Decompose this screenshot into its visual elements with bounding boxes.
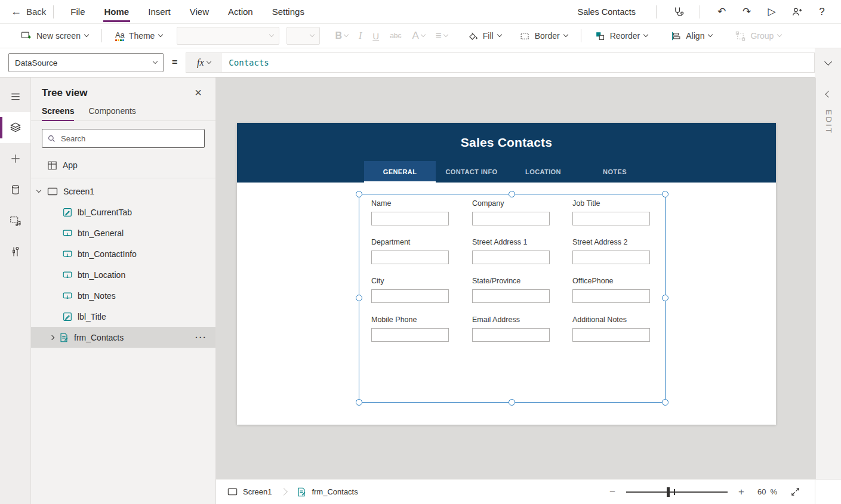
font-family-select[interactable] — [177, 27, 279, 45]
resize-handle[interactable] — [356, 191, 362, 197]
resize-handle[interactable] — [509, 399, 515, 406]
font-size-select[interactable] — [287, 27, 320, 45]
button-control-icon — [62, 270, 73, 280]
zoom-out-button[interactable]: − — [609, 486, 615, 498]
fit-to-window-icon[interactable] — [790, 487, 800, 497]
canvas-tab-contact-info[interactable]: CONTACT INFO — [436, 161, 507, 183]
chevron-left-icon[interactable] — [825, 91, 831, 97]
canvas-tab-location[interactable]: LOCATION — [507, 161, 579, 183]
font-color-button[interactable]: A — [407, 26, 430, 45]
menu-insert[interactable]: Insert — [138, 0, 180, 24]
form-field-input[interactable] — [572, 212, 650, 225]
resize-handle[interactable] — [662, 295, 669, 301]
preview-play-icon[interactable]: ▷ — [761, 2, 783, 21]
form-field-input[interactable] — [371, 328, 449, 342]
form-field-input[interactable] — [572, 251, 650, 264]
divider — [53, 5, 54, 18]
menu-home[interactable]: Home — [95, 0, 139, 24]
tree-item-lbl-currenttab[interactable]: lbl_CurrentTab — [31, 202, 215, 222]
form-field-input[interactable] — [472, 289, 550, 303]
italic-button[interactable]: I — [353, 26, 367, 45]
canvas-tab-general[interactable]: GENERAL — [364, 161, 436, 183]
fx-button[interactable]: fx — [186, 52, 221, 73]
share-icon[interactable] — [786, 2, 808, 21]
form-field-input[interactable] — [472, 212, 550, 225]
resize-handle[interactable] — [662, 191, 669, 197]
search-input[interactable] — [61, 134, 199, 143]
tab-screens[interactable]: Screens — [42, 106, 74, 120]
chevron-down-icon[interactable] — [36, 187, 41, 192]
zoom-in-button[interactable]: + — [738, 486, 744, 498]
back-button[interactable]: ← Back — [11, 5, 46, 18]
data-nav-icon[interactable] — [0, 174, 30, 205]
form-field-input[interactable] — [371, 212, 449, 225]
redo-icon[interactable]: ↷ — [736, 2, 757, 21]
left-nav-rail — [0, 78, 31, 504]
resize-handle[interactable] — [509, 191, 515, 197]
app-screen-canvas[interactable]: Sales Contacts GENERAL CONTACT INFO LOCA… — [237, 123, 776, 425]
theme-button[interactable]: Aa Theme — [109, 26, 168, 45]
border-button[interactable]: Border — [513, 26, 574, 45]
screen-icon — [47, 185, 58, 197]
text-align-button[interactable]: ≡ — [430, 26, 453, 45]
menu-view[interactable]: View — [180, 0, 218, 24]
advanced-tools-nav-icon[interactable] — [0, 236, 30, 267]
align-button[interactable]: Align — [664, 26, 718, 45]
form-field-input[interactable] — [371, 289, 449, 303]
form-field-input[interactable] — [472, 328, 550, 342]
tree-view-nav-icon[interactable] — [0, 112, 30, 143]
help-icon[interactable]: ? — [811, 2, 833, 21]
close-icon[interactable]: × — [190, 85, 206, 100]
menu-file[interactable]: File — [61, 0, 94, 24]
divider — [581, 29, 581, 42]
insert-nav-icon[interactable] — [0, 143, 30, 174]
formula-input[interactable]: Contacts — [221, 52, 815, 73]
fill-button[interactable]: Fill — [461, 26, 507, 45]
tree-item-lbl-title[interactable]: lbl_Title — [31, 306, 215, 327]
chevron-down-icon — [443, 32, 448, 37]
underline-button[interactable]: U — [367, 26, 384, 45]
strikethrough-button[interactable]: abc — [384, 26, 406, 45]
search-icon — [47, 134, 56, 143]
tree-item-frm-contacts[interactable]: frm_Contacts ··· — [31, 327, 215, 348]
tree-item-btn-general[interactable]: btn_General — [31, 222, 215, 243]
media-nav-icon[interactable] — [0, 205, 30, 236]
undo-icon[interactable]: ↶ — [711, 2, 732, 21]
formula-bar-expand-button[interactable] — [815, 48, 841, 78]
form-field-input[interactable] — [371, 251, 449, 264]
hamburger-menu-icon[interactable] — [0, 81, 30, 112]
active-menu-underline — [103, 20, 131, 22]
zoom-slider[interactable] — [626, 491, 728, 493]
menu-settings[interactable]: Settings — [263, 0, 314, 24]
breadcrumb-frm-contacts[interactable]: frm_Contacts — [292, 487, 361, 497]
canvas-tab-notes[interactable]: NOTES — [579, 161, 651, 183]
form-field-input[interactable] — [572, 328, 650, 342]
resize-handle[interactable] — [356, 399, 362, 406]
form-field-input[interactable] — [572, 289, 650, 303]
tree-item-app[interactable]: App — [31, 154, 215, 177]
breadcrumb-screen1[interactable]: Screen1 — [223, 486, 275, 497]
tree-item-btn-notes[interactable]: btn_Notes — [31, 285, 215, 306]
tree-item-btn-contactinfo[interactable]: btn_ContactInfo — [31, 243, 215, 264]
canvas-workspace[interactable]: Sales Contacts GENERAL CONTACT INFO LOCA… — [216, 78, 815, 479]
tree-view-tabs: Screens Components — [31, 106, 215, 121]
tab-components[interactable]: Components — [88, 106, 135, 120]
bold-button[interactable]: B — [329, 26, 353, 45]
group-button[interactable]: Group — [729, 26, 787, 45]
menu-action[interactable]: Action — [218, 0, 263, 24]
chevron-right-icon[interactable] — [50, 335, 54, 339]
zoom-slider-handle[interactable] — [667, 487, 670, 497]
more-options-icon[interactable]: ··· — [195, 333, 215, 342]
tree-item-screen1[interactable]: Screen1 — [31, 181, 215, 202]
form-field-input[interactable] — [472, 251, 550, 264]
new-screen-button[interactable]: New screen — [14, 26, 94, 45]
chevron-down-icon — [497, 32, 501, 37]
resize-handle[interactable] — [662, 399, 669, 406]
tree-item-btn-location[interactable]: btn_Location — [31, 264, 215, 285]
tree-search-box[interactable] — [42, 129, 205, 148]
property-selector[interactable]: DataSource — [8, 53, 164, 72]
reorder-button[interactable]: Reorder — [589, 26, 654, 45]
app-checker-icon[interactable] — [667, 2, 689, 21]
edit-panel-label[interactable]: EDIT — [824, 110, 833, 135]
resize-handle[interactable] — [356, 295, 362, 301]
